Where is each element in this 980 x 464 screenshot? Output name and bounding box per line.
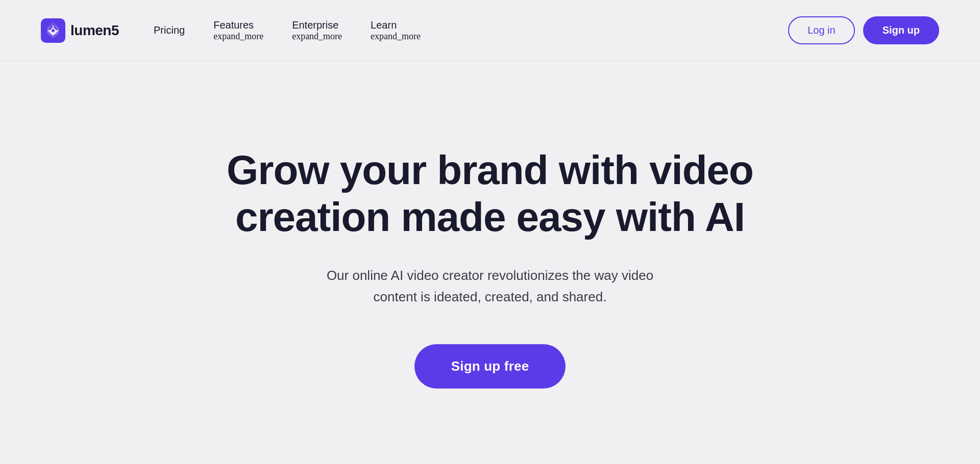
nav-actions: Log in Sign up bbox=[788, 16, 939, 44]
nav-features[interactable]: Features expand_more bbox=[199, 15, 278, 46]
nav-features-label: Features bbox=[213, 19, 254, 31]
navbar: lumen5 Pricing Features expand_more Ente… bbox=[0, 0, 980, 61]
nav-pricing-label: Pricing bbox=[154, 24, 185, 36]
nav-learn-label: Learn bbox=[371, 19, 397, 31]
hero-title: Grow your brand with video creation made… bbox=[209, 147, 771, 241]
login-button[interactable]: Log in bbox=[788, 16, 855, 44]
hero-subtitle: Our online AI video creator revolutioniz… bbox=[316, 265, 664, 307]
nav-enterprise[interactable]: Enterprise expand_more bbox=[278, 15, 356, 46]
logo-icon bbox=[41, 18, 65, 43]
nav-learn[interactable]: Learn expand_more bbox=[356, 15, 435, 46]
expand-more-icon-learn: expand_more bbox=[371, 31, 421, 42]
expand-more-icon-enterprise: expand_more bbox=[292, 31, 342, 42]
nav-links: Pricing Features expand_more Enterprise … bbox=[139, 15, 788, 46]
hero-section: Grow your brand with video creation made… bbox=[0, 61, 980, 464]
signup-button[interactable]: Sign up bbox=[863, 16, 939, 44]
nav-pricing[interactable]: Pricing bbox=[139, 20, 199, 40]
expand-more-icon: expand_more bbox=[213, 31, 263, 42]
logo[interactable]: lumen5 bbox=[41, 18, 119, 43]
nav-enterprise-label: Enterprise bbox=[292, 19, 338, 31]
logo-text: lumen5 bbox=[70, 22, 119, 39]
hero-cta-button[interactable]: Sign up free bbox=[414, 344, 566, 389]
